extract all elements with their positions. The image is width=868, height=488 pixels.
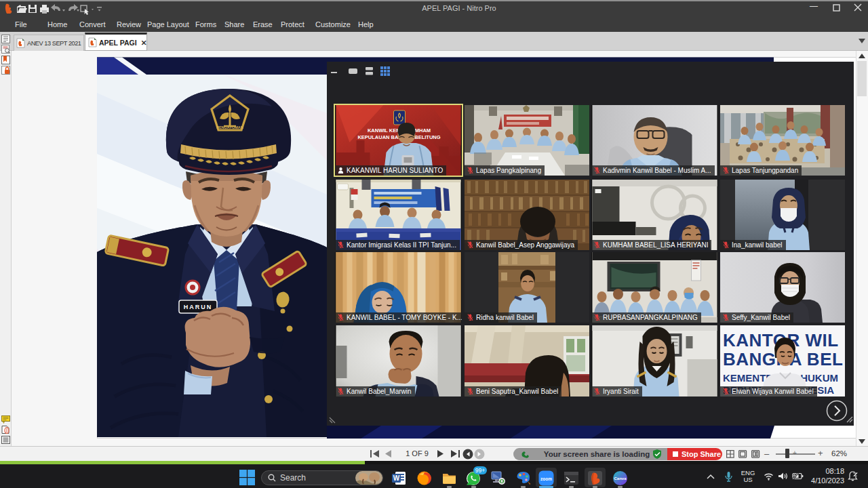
svg-text:W: W [393,474,400,482]
svg-text:PENGAYOMAN: PENGAYOMAN [216,125,243,129]
svg-text:HARUN: HARUN [184,304,213,310]
svg-text:Canva: Canva [614,476,627,481]
svg-text:zoom: zoom [540,476,552,481]
